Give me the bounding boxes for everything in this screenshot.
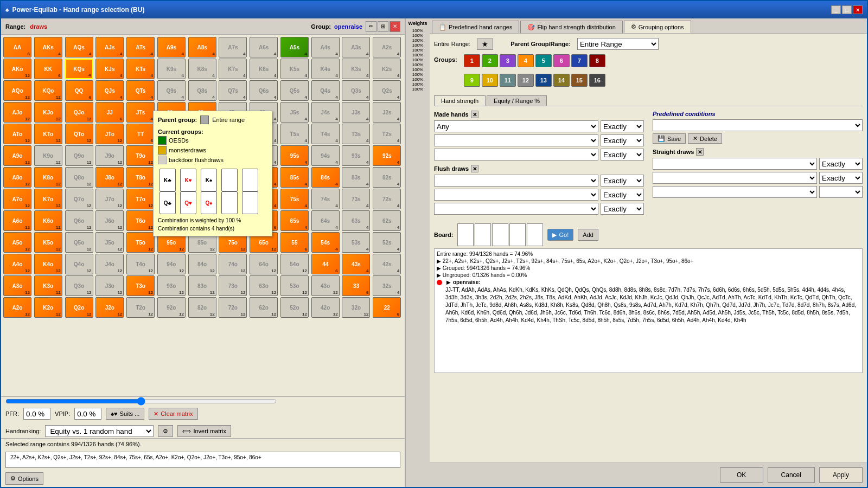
group-8[interactable]: 8 <box>589 54 605 67</box>
cell-0-8[interactable]: A6s4 <box>250 37 278 57</box>
range-slider[interactable] <box>5 399 277 403</box>
cell-7-9[interactable]: 75s4 <box>280 189 309 209</box>
cell-8-0[interactable]: A6o12 <box>3 210 31 231</box>
cell-0-6[interactable]: A8s4 <box>188 37 216 57</box>
cell-11-9[interactable]: 53o12 <box>280 275 309 296</box>
cell-7-2[interactable]: Q7o12 <box>65 189 93 209</box>
minimize-btn[interactable]: _ <box>831 5 841 14</box>
cell-8-12[interactable]: 62s4 <box>373 210 401 231</box>
cell-2-9[interactable]: Q5s4 <box>280 80 309 101</box>
cell-8-11[interactable]: 63s4 <box>342 210 370 231</box>
cell-3-0[interactable]: AJo12 <box>3 102 31 123</box>
cell-1-2[interactable]: KQs4 <box>65 59 93 79</box>
cell-3-4[interactable]: JTs4 <box>126 102 155 123</box>
cell-2-5[interactable]: Q9s4 <box>157 80 186 101</box>
group-15[interactable]: 15 <box>571 74 588 87</box>
cell-9-11[interactable]: 53s4 <box>342 232 370 253</box>
straight-exactly-3[interactable] <box>819 186 863 198</box>
cell-0-7[interactable]: A7s4 <box>219 37 247 57</box>
cell-11-12[interactable]: 32s4 <box>373 275 401 296</box>
cell-10-0[interactable]: A4o12 <box>3 254 31 274</box>
cell-11-5[interactable]: 93o12 <box>157 275 186 296</box>
cell-10-8[interactable]: 64o12 <box>250 254 278 274</box>
flush-select-3[interactable] <box>434 203 598 215</box>
flush-exactly-1[interactable]: Exactly <box>601 175 644 187</box>
cell-6-10[interactable]: 84s4 <box>311 167 340 188</box>
board-card-1[interactable] <box>457 223 474 246</box>
expand-openraise[interactable]: ▶ <box>446 279 451 285</box>
cell-0-0[interactable]: AA6 <box>3 37 31 57</box>
inner-tab-equity[interactable]: Equity / Range % <box>487 95 547 106</box>
cell-10-11[interactable]: 43s4 <box>342 254 370 274</box>
cell-7-12[interactable]: 72s4 <box>373 189 401 209</box>
tab-predefined[interactable]: 📋 Predefined hand ranges <box>432 21 519 33</box>
add-btn[interactable]: Add <box>578 229 598 241</box>
invert-matrix-btn[interactable]: ⟺ Invert matrix <box>177 425 231 437</box>
cell-9-12[interactable]: 52s4 <box>373 232 401 253</box>
cell-1-11[interactable]: K3s4 <box>342 59 370 79</box>
flush-select-2[interactable] <box>434 189 598 201</box>
cell-6-3[interactable]: J8o12 <box>95 167 124 188</box>
group-16[interactable]: 16 <box>589 74 605 87</box>
cell-10-10[interactable]: 446 <box>311 254 340 274</box>
cell-6-1[interactable]: K8o12 <box>34 167 62 188</box>
group-9[interactable]: 9 <box>464 74 480 87</box>
cell-5-3[interactable]: J9o12 <box>95 145 124 166</box>
cell-4-2[interactable]: QTo12 <box>65 124 93 144</box>
cell-12-4[interactable]: T2o12 <box>126 297 155 318</box>
cell-0-12[interactable]: A2s4 <box>373 37 401 57</box>
cell-2-10[interactable]: Q4s4 <box>311 80 340 101</box>
cell-0-10[interactable]: A4s4 <box>311 37 340 57</box>
vpip-input[interactable] <box>74 408 101 420</box>
cell-5-11[interactable]: 93s4 <box>342 145 370 166</box>
cell-1-3[interactable]: KJs4 <box>95 59 124 79</box>
cell-1-4[interactable]: KTs4 <box>126 59 155 79</box>
cell-6-12[interactable]: 82s4 <box>373 167 401 188</box>
flush-select-1[interactable] <box>434 175 598 187</box>
cell-1-6[interactable]: K8s4 <box>188 59 216 79</box>
cell-7-0[interactable]: A7o12 <box>3 189 31 209</box>
cell-10-3[interactable]: J4o12 <box>95 254 124 274</box>
cell-0-11[interactable]: A3s4 <box>342 37 370 57</box>
ok-btn[interactable]: OK <box>720 467 763 483</box>
calc-btn[interactable]: ⚙ <box>158 425 173 437</box>
straight-select-1[interactable] <box>653 158 817 170</box>
made-hands-select-2[interactable] <box>434 134 598 146</box>
group-7[interactable]: 7 <box>571 54 588 67</box>
cell-6-11[interactable]: 83s4 <box>342 167 370 188</box>
cell-6-4[interactable]: T8o12 <box>126 167 155 188</box>
cell-12-1[interactable]: K2o12 <box>34 297 62 318</box>
clear-matrix-btn[interactable]: ✕ Clear matrix <box>149 408 197 420</box>
cell-12-2[interactable]: Q2o12 <box>65 297 93 318</box>
cell-10-12[interactable]: 42s4 <box>373 254 401 274</box>
cell-11-10[interactable]: 43o12 <box>311 275 340 296</box>
cell-1-0[interactable]: AKo12 <box>3 59 31 79</box>
cell-2-4[interactable]: QTs4 <box>126 80 155 101</box>
cell-7-1[interactable]: K7o12 <box>34 189 62 209</box>
made-hands-exactly-1[interactable]: Exactly <box>601 120 644 132</box>
options-btn[interactable]: ⚙ Options <box>5 472 43 485</box>
maximize-btn[interactable]: □ <box>842 5 852 14</box>
made-hands-select-1[interactable]: Any <box>434 120 598 132</box>
cell-8-2[interactable]: Q6o12 <box>65 210 93 231</box>
save-pred-btn[interactable]: 💾 Save <box>653 133 686 144</box>
cell-5-1[interactable]: K9o12 <box>34 145 62 166</box>
cell-5-12[interactable]: 92s4 <box>373 145 401 166</box>
cell-5-0[interactable]: A9o12 <box>3 145 31 166</box>
cell-1-8[interactable]: K6s4 <box>250 59 278 79</box>
group-4[interactable]: 4 <box>518 54 534 67</box>
cell-4-9[interactable]: T5s4 <box>280 124 309 144</box>
group-3[interactable]: 3 <box>500 54 516 67</box>
cell-1-9[interactable]: K5s4 <box>280 59 309 79</box>
parent-group-select[interactable]: Entire Range <box>577 38 659 50</box>
flush-draws-close[interactable]: ✕ <box>471 165 478 172</box>
go-btn[interactable]: ▶ Go! <box>547 229 573 241</box>
straight-exactly-2[interactable]: Exactly <box>819 172 863 184</box>
cell-4-0[interactable]: ATo12 <box>3 124 31 144</box>
cell-9-2[interactable]: Q5o12 <box>65 232 93 253</box>
cell-8-1[interactable]: K6o12 <box>34 210 62 231</box>
cell-9-0[interactable]: A5o12 <box>3 232 31 253</box>
cell-1-12[interactable]: K2s4 <box>373 59 401 79</box>
close-btn[interactable]: ✕ <box>853 5 863 14</box>
flush-exactly-2[interactable]: Exactly <box>601 189 644 201</box>
